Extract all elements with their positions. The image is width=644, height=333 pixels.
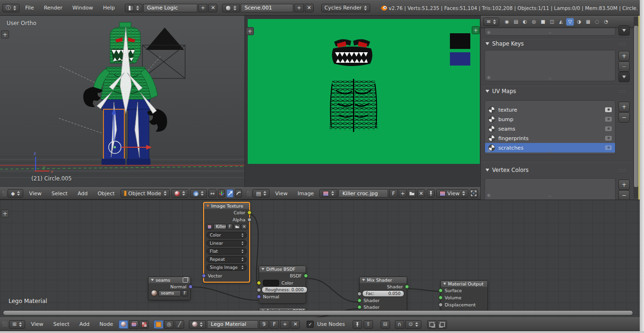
camera-icon[interactable] (605, 136, 612, 141)
viewport-shading-select[interactable] (171, 189, 188, 198)
vertex-colors-drag-grip[interactable]: :::: (618, 168, 626, 172)
uv-region-expand-right-button[interactable]: + (472, 26, 480, 34)
camera-icon[interactable] (605, 145, 612, 150)
color-space-select[interactable]: Color (206, 232, 247, 238)
image-unlink-button[interactable]: ✕ (241, 224, 247, 230)
scene-delete-button[interactable]: ✕ (305, 4, 314, 12)
node-image-texture[interactable]: Image Texture Color Alpha Killer F ✕ Col… (203, 202, 250, 283)
tab-physics[interactable]: ◔ (602, 18, 610, 26)
render-engine-select[interactable]: Cycles Render (321, 4, 370, 12)
tab-world[interactable]: ◎ (530, 18, 538, 26)
fac-slider[interactable]: Fac:0.050 (362, 290, 404, 297)
material-add-button[interactable]: + (280, 320, 289, 329)
uv-maps-drag-grip[interactable]: :::: (618, 89, 626, 94)
uv-pin-button[interactable] (427, 189, 435, 198)
uv-map-add-button[interactable]: + (618, 102, 630, 112)
node-menu-add[interactable]: Add (75, 321, 93, 327)
uv-map-row-seams[interactable]: seams (485, 124, 615, 133)
manipulator-axis-button[interactable] (218, 189, 225, 198)
snap-target-select[interactable]: ⊙ (405, 320, 421, 329)
material-browse-button[interactable] (189, 320, 206, 329)
material-unlink-button[interactable]: ✕ (290, 320, 300, 329)
vertex-colors-panel-header[interactable]: Vertex Colors (485, 167, 529, 173)
scrolled-panel-specials-button[interactable] (618, 25, 630, 36)
shape-keys-listbox[interactable]: = ⊕ (485, 50, 616, 81)
node-material-output[interactable]: Material Output Surface Volume Displacem… (440, 280, 488, 311)
node-menu-view[interactable]: View (27, 321, 47, 327)
node-diffuse-bsdf[interactable]: Diffuse BSDF BSDF Color Roughness: 0.000… (259, 266, 306, 304)
node-menu-select[interactable]: Select (49, 321, 74, 327)
scene-icon-button[interactable] (222, 4, 240, 12)
node-region-expand-button[interactable]: + (1, 209, 9, 218)
uv-editor-selector[interactable]: ▤ (252, 189, 269, 198)
menu-help[interactable]: Help (99, 5, 119, 11)
socket-output-volume-in[interactable] (439, 295, 443, 300)
socket-mix-shader2-in[interactable] (357, 305, 362, 309)
extension-select[interactable]: Repeat (206, 256, 247, 263)
uv-maps-add-icon[interactable]: ⊕ (487, 148, 491, 153)
node-menu-node[interactable]: Node (95, 321, 118, 327)
image-open-button[interactable] (233, 224, 241, 230)
uv-map-row-fingerprints[interactable]: fingerprints (485, 133, 615, 143)
camera-icon[interactable] (605, 117, 612, 122)
shader-context-object-button[interactable] (154, 320, 163, 329)
properties-scrollbar-thumb[interactable] (634, 25, 638, 188)
seams-fake-user-button[interactable]: F (182, 290, 188, 296)
tab-object[interactable]: ■ (539, 18, 547, 26)
uv-menu-image[interactable]: Image (293, 190, 318, 197)
camera-icon[interactable] (605, 107, 612, 112)
socket-diffuse-bsdf-out[interactable] (304, 274, 308, 278)
uv-map-row-bump[interactable]: bump (485, 114, 615, 124)
snap-toggle-button[interactable]: ∩ (395, 320, 404, 329)
tab-render-layers[interactable]: ▤ (512, 18, 520, 26)
material-fake-user-button[interactable]: F (270, 320, 279, 329)
viewport-region-expand-button[interactable]: + (1, 30, 9, 38)
listbox-add-icon[interactable]: ⊕ (487, 30, 491, 35)
tab-modifiers[interactable]: ◭ (557, 18, 565, 26)
shape-key-add-button[interactable]: + (618, 51, 630, 61)
tree-type-shader-button[interactable] (119, 320, 128, 329)
use-nodes-checkbox[interactable]: ✓ (307, 321, 314, 328)
socket-imagetexture-color-out[interactable] (247, 210, 252, 215)
shader-context-world-button[interactable]: ◎ (164, 320, 174, 329)
shape-key-remove-button[interactable]: − (618, 61, 630, 72)
uv-image-name-field[interactable]: Killer croc.jpg (338, 189, 388, 198)
vertex-colors-resize-grip[interactable]: = (548, 194, 552, 199)
roughness-slider[interactable]: Roughness: 0.000 (261, 286, 308, 293)
copy-nodes-button[interactable] (427, 320, 437, 329)
uv-image-unlink-button[interactable]: ✕ (417, 189, 425, 198)
socket-output-surface-in[interactable] (439, 288, 443, 293)
uv-map-row-texture[interactable]: texture (485, 105, 615, 114)
shape-keys-drag-grip[interactable]: :::: (618, 41, 626, 46)
socket-diffuse-normal-in[interactable] (257, 295, 261, 299)
image-browse-button[interactable] (206, 224, 213, 230)
listbox-resize-grip[interactable]: = (548, 30, 552, 35)
screen-add-button[interactable]: + (198, 4, 207, 12)
source-select[interactable]: Single Image (206, 264, 247, 271)
node-corner-widget[interactable] (2, 322, 8, 327)
node-mix-shader[interactable]: Mix Shader Shader Fac:0.050 Shader Shade… (359, 276, 407, 313)
menu-render[interactable]: Render (39, 5, 66, 11)
screen-delete-button[interactable]: ✕ (208, 4, 217, 12)
viewport-menu-select[interactable]: Select (47, 190, 72, 197)
viewport-editor-selector[interactable]: ◆ (8, 189, 23, 198)
uv-menu-view[interactable]: View (271, 190, 292, 197)
material-users-button[interactable]: 9 (259, 320, 269, 329)
material-name-field[interactable]: Lego Material (207, 320, 258, 329)
tab-material[interactable]: ◑ (575, 18, 583, 26)
image-name-field[interactable]: Killer (214, 224, 226, 230)
socket-imagetexture-alpha-out[interactable] (247, 218, 252, 222)
screen-layout-icon-button[interactable] (125, 4, 142, 12)
seams-name-field[interactable]: seams (159, 290, 181, 296)
socket-mix-shader-out[interactable] (405, 285, 409, 289)
node-editor[interactable]: seams Normal seams F Image Texture Color… (0, 200, 640, 317)
node-editor-hscrollbar[interactable] (3, 310, 633, 315)
socket-mix-fac-in[interactable] (357, 292, 362, 296)
manipulator-rotate-button[interactable] (235, 189, 242, 198)
uv-image-browse-button[interactable] (319, 189, 337, 198)
image-fake-user-button[interactable]: F (227, 224, 233, 230)
node-editor-selector[interactable]: ⊞ (9, 320, 25, 329)
viewport-3d[interactable]: z y x User Ortho (21) Circle.005 + (0, 16, 244, 187)
socket-output-displacement-in[interactable] (439, 303, 443, 307)
viewport-menu-add[interactable]: Add (73, 190, 92, 197)
